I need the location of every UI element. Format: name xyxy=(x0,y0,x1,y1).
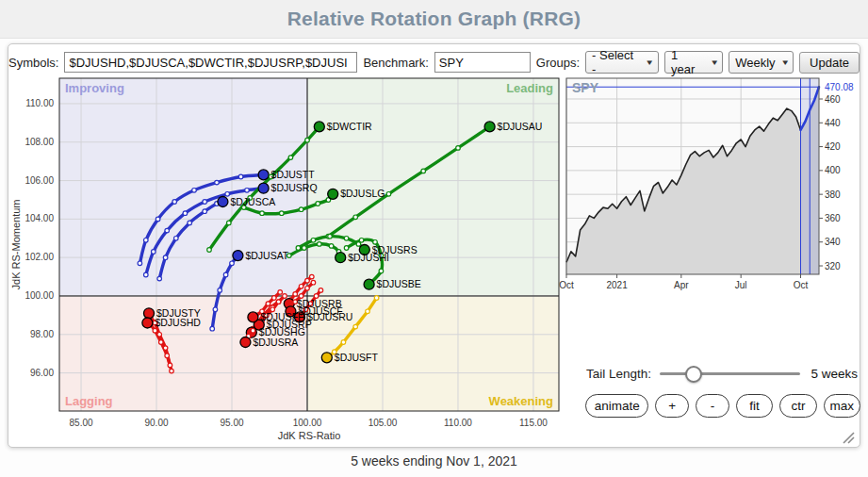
tail-length-control: Tail Length: 5 weeks xyxy=(586,363,858,384)
slider-track[interactable] xyxy=(660,372,800,375)
symbol-label-$DJUSLG[interactable]: $DJUSLG xyxy=(340,188,385,199)
symbol-label-$DJUSCA[interactable]: $DJUSCA xyxy=(230,196,275,207)
chart-buttons: animate + - fit ctr max xyxy=(585,394,860,418)
svg-text:104.00: 104.00 xyxy=(25,213,54,223)
benchmark-label: Benchmark: xyxy=(363,56,428,70)
groups-label: Groups: xyxy=(536,56,580,70)
svg-text:Leading: Leading xyxy=(506,81,553,95)
svg-text:106.00: 106.00 xyxy=(25,175,54,186)
symbols-input[interactable] xyxy=(64,52,357,73)
benchmark-input[interactable] xyxy=(434,52,531,73)
svg-text:100.00: 100.00 xyxy=(293,418,322,428)
symbol-label-$DJUSRQ[interactable]: $DJUSRQ xyxy=(271,182,318,193)
svg-text:100.00: 100.00 xyxy=(25,290,54,301)
symbol-head-$DJUSFH[interactable] xyxy=(248,312,258,322)
svg-text:360: 360 xyxy=(825,213,841,223)
svg-text:440: 440 xyxy=(825,118,841,128)
rrg-app: Relative Rotation Graph (RRG) Symbols: B… xyxy=(0,0,868,477)
rrg-panel: Symbols: Benchmark: Groups: - Select - ▾… xyxy=(8,43,860,448)
symbol-label-$DJUSFT[interactable]: $DJUSFT xyxy=(335,352,379,363)
tail-length-value: 5 weeks xyxy=(811,367,858,381)
symbol-head-$DJUSRA[interactable] xyxy=(240,337,251,348)
svg-text:320: 320 xyxy=(825,261,841,271)
symbol-head-$DJUSFT[interactable] xyxy=(321,353,332,363)
center-button[interactable]: ctr xyxy=(779,394,816,418)
spy-last-price-label: 470.08 xyxy=(825,82,854,92)
svg-text:110.00: 110.00 xyxy=(444,418,472,428)
y-axis-title: JdK RS-Momentum xyxy=(10,200,22,290)
symbol-head-$DJUSTY[interactable] xyxy=(144,308,155,319)
svg-text:340: 340 xyxy=(825,237,841,247)
symbol-head-$DJUSCA[interactable] xyxy=(218,197,228,207)
symbol-label-$DJUSAT[interactable]: $DJUSAT xyxy=(245,250,288,261)
svg-text:102.00: 102.00 xyxy=(25,252,54,262)
svg-text:Improving: Improving xyxy=(65,81,124,95)
x-axis-title: JdK RS-Ratio xyxy=(278,430,341,441)
symbol-head-$DJUSLG[interactable] xyxy=(328,189,338,199)
rrg-chart-canvas[interactable]: ImprovingLeadingLaggingWeakening85.0090.… xyxy=(8,71,574,446)
symbol-label-$DJUSHI[interactable]: $DJUSHI xyxy=(348,252,389,263)
update-button[interactable]: Update xyxy=(799,52,860,74)
svg-text:85.00: 85.00 xyxy=(70,418,93,428)
symbol-label-$DWCTIR[interactable]: $DWCTIR xyxy=(327,121,372,132)
svg-text:95.00: 95.00 xyxy=(220,418,243,428)
rrg-chart[interactable]: ImprovingLeadingLaggingWeakening85.0090.… xyxy=(8,71,574,446)
svg-text:Weakening: Weakening xyxy=(489,394,553,408)
svg-text:420: 420 xyxy=(825,141,841,152)
symbol-head-$DWCTIR[interactable] xyxy=(314,122,324,132)
chevron-down-icon: ▾ xyxy=(712,58,717,67)
svg-text:Lagging: Lagging xyxy=(65,394,113,408)
app-header: Relative Rotation Graph (RRG) xyxy=(0,0,868,39)
tail-length-label: Tail Length: xyxy=(586,367,651,381)
symbol-label-$DJUSHD[interactable]: $DJUSHD xyxy=(155,317,201,328)
fit-button[interactable]: fit xyxy=(736,394,773,418)
resize-handle-icon[interactable] xyxy=(840,429,855,444)
date-range-caption: 5 weeks ending Nov 1, 2021 xyxy=(0,453,868,469)
period-select[interactable]: 1 year ▾ xyxy=(664,51,723,74)
svg-text:115.00: 115.00 xyxy=(519,418,548,428)
symbol-head-$DJUSAT[interactable] xyxy=(233,251,243,261)
spy-title: SPY xyxy=(572,80,599,95)
svg-text:Oct: Oct xyxy=(794,280,809,290)
chevron-down-icon: ▾ xyxy=(782,58,788,67)
symbol-head-$DJUSBE[interactable] xyxy=(364,279,374,289)
symbol-head-$DJUSHI[interactable] xyxy=(336,253,346,263)
symbol-label-$DJUSRU[interactable]: $DJUSRU xyxy=(307,311,352,322)
max-button[interactable]: max xyxy=(824,394,860,418)
symbol-head-$DJUSAU[interactable] xyxy=(484,122,495,132)
zoom-out-button[interactable]: - xyxy=(696,394,729,418)
animate-button[interactable]: animate xyxy=(585,394,648,418)
svg-text:90.00: 90.00 xyxy=(145,418,169,428)
svg-text:108.00: 108.00 xyxy=(25,137,54,147)
symbol-head-$DJUSRQ[interactable] xyxy=(258,183,269,193)
frequency-select-value: Weekly xyxy=(735,56,775,70)
symbol-head-$DJUSHD[interactable] xyxy=(142,318,153,328)
chevron-down-icon: ▾ xyxy=(647,58,653,67)
benchmark-chart-canvas: 320340360380400420440460470.08Oct2021Apr… xyxy=(559,73,861,295)
svg-text:2021: 2021 xyxy=(606,280,628,290)
zoom-in-button[interactable]: + xyxy=(655,394,689,418)
symbol-label-$DJUSRA[interactable]: $DJUSRA xyxy=(253,337,298,348)
page-title: Relative Rotation Graph (RRG) xyxy=(287,8,581,30)
symbol-label-$DJUSAU[interactable]: $DJUSAU xyxy=(498,121,543,132)
symbol-head-$DJUSTT[interactable] xyxy=(258,170,269,180)
symbol-label-$DJUSBE[interactable]: $DJUSBE xyxy=(377,278,421,289)
svg-text:110.00: 110.00 xyxy=(25,98,54,108)
groups-select[interactable]: - Select - ▾ xyxy=(585,51,659,74)
slider-thumb[interactable] xyxy=(685,366,702,383)
svg-text:400: 400 xyxy=(825,165,841,175)
svg-text:98.00: 98.00 xyxy=(30,329,54,339)
svg-text:380: 380 xyxy=(825,189,841,200)
frequency-select[interactable]: Weekly ▾ xyxy=(729,51,794,74)
symbol-label-$DJUSTT[interactable]: $DJUSTT xyxy=(271,169,316,180)
benchmark-chart: 320340360380400420440460470.08Oct2021Apr… xyxy=(559,73,861,295)
svg-text:Apr: Apr xyxy=(674,280,689,290)
svg-text:105.00: 105.00 xyxy=(368,418,398,428)
svg-text:Oct: Oct xyxy=(559,280,574,290)
tail-length-slider[interactable] xyxy=(660,364,800,383)
svg-text:Jul: Jul xyxy=(735,280,747,290)
svg-text:96.00: 96.00 xyxy=(30,368,54,378)
symbols-label: Symbols: xyxy=(8,56,58,70)
svg-text:460: 460 xyxy=(825,94,841,105)
